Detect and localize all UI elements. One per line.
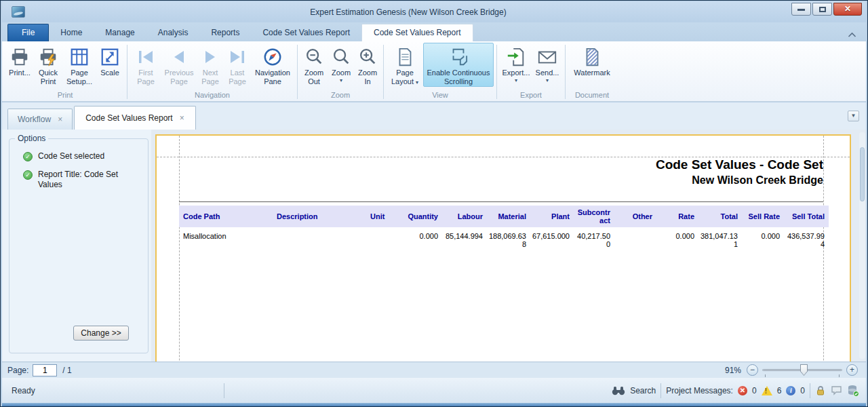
table-row: Misallocation 0.000 85,144.994 188,069.6…	[179, 227, 829, 250]
zoom-out-slider-button[interactable]: −	[747, 364, 758, 376]
ribbon-group-print: Print... Quick Print Page Setup...	[5, 42, 125, 101]
compass-icon	[262, 45, 283, 69]
quick-print-icon	[38, 45, 58, 69]
green-check-icon: ✓	[23, 152, 33, 161]
doc-tab-workflow[interactable]: Workflow ×	[7, 109, 73, 130]
close-tab-icon[interactable]: ×	[180, 115, 184, 121]
page-setup-grid-icon	[69, 45, 90, 69]
group-label-document: Document	[568, 90, 616, 101]
zoom-icon	[331, 45, 351, 69]
dropdown-caret-icon: ▾	[340, 78, 342, 83]
col-total: Total	[698, 206, 742, 227]
dropdown-caret-icon: ▾	[515, 78, 517, 83]
page-layout-icon	[395, 45, 414, 69]
app-logo-icon[interactable]	[12, 6, 25, 18]
col-material: Material	[487, 206, 530, 227]
continuous-scrolling-icon	[449, 45, 468, 69]
page-layout-button[interactable]: Page Layout ▾	[387, 43, 423, 87]
document-tab-strip: Workflow × Code Set Values Report × ▼	[2, 102, 866, 130]
binoculars-icon	[612, 386, 625, 395]
next-page-button: Next Page	[197, 43, 224, 87]
comment-bubble-icon[interactable]	[831, 385, 842, 395]
page-number-input[interactable]	[33, 364, 57, 376]
print-button[interactable]: Print...	[6, 43, 33, 78]
tab-analysis[interactable]: Analysis	[146, 24, 200, 41]
ribbon-separator	[297, 45, 298, 99]
report-viewer[interactable]: Code Set Values - Code Set New Wilson Cr…	[151, 130, 866, 362]
zoom-out-icon	[304, 45, 324, 69]
report-table: Code Path Description Unit Quantity Labo…	[179, 201, 823, 250]
scrollbar-thumb[interactable]	[860, 147, 865, 201]
scale-button[interactable]: Scale	[96, 43, 124, 78]
zoom-dropdown-button[interactable]: Zoom ▾	[328, 43, 355, 84]
col-quantity: Quantity	[400, 206, 442, 227]
close-tab-icon[interactable]: ×	[58, 116, 62, 123]
window-bottom-border	[2, 403, 866, 407]
warning-count: 6	[777, 386, 782, 395]
window-controls: ✕	[791, 3, 862, 16]
restore-button[interactable]	[812, 3, 832, 16]
watermark-button[interactable]: Watermark	[568, 43, 616, 78]
close-button[interactable]: ✕	[833, 3, 862, 16]
zoom-percent: 91%	[725, 366, 741, 375]
zoom-in-button[interactable]: Zoom In	[355, 43, 380, 87]
ribbon: Print... Quick Print Page Setup...	[2, 41, 866, 102]
group-label-export: Export	[500, 90, 562, 101]
tab-reports[interactable]: Reports	[199, 24, 251, 41]
main-content: Options ✓ Code Set selected ✓ Report Tit…	[2, 130, 866, 362]
minimize-button[interactable]	[791, 3, 811, 16]
report-title: Code Set Values - Code Set	[179, 157, 823, 172]
ribbon-group-zoom: Zoom Out Zoom ▾ Zoom In Zoom	[299, 42, 382, 101]
option-item-code-set: ✓ Code Set selected	[23, 151, 142, 161]
ribbon-group-view: Page Layout ▾ Enable Continuous Scrollin…	[385, 42, 495, 101]
group-label-navigation: Navigation	[130, 90, 294, 101]
zoom-slider[interactable]	[762, 364, 842, 376]
report-header: Code Set Values - Code Set New Wilson Cr…	[179, 157, 823, 187]
status-separator	[810, 383, 810, 398]
status-separator	[660, 383, 661, 398]
tab-code-set-values-report-active[interactable]: Code Set Values Report	[361, 24, 473, 41]
database-status-icon[interactable]	[847, 385, 859, 397]
col-sell-rate: Sell Rate	[742, 206, 784, 227]
lock-icon[interactable]	[815, 385, 826, 396]
tab-file[interactable]: File	[7, 24, 49, 41]
info-count: 0	[800, 386, 805, 395]
change-button[interactable]: Change >>	[73, 326, 129, 341]
ribbon-separator	[496, 45, 497, 99]
col-description: Description	[273, 206, 366, 227]
tab-manage[interactable]: Manage	[94, 24, 146, 41]
quick-print-button[interactable]: Quick Print	[33, 43, 63, 87]
close-icon: ✕	[834, 4, 861, 14]
doc-tab-code-set-values-report[interactable]: Code Set Values Report ×	[74, 106, 196, 130]
status-bar: Ready Search Project Messages: ✕ 0 6 i 0	[2, 378, 866, 403]
last-page-button: Last Page	[224, 43, 251, 87]
export-button[interactable]: Export... ▾	[500, 43, 532, 84]
search-button[interactable]: Search	[630, 386, 656, 395]
enable-continuous-scrolling-button[interactable]: Enable Continuous Scrolling	[423, 43, 494, 87]
project-messages-label[interactable]: Project Messages:	[666, 386, 733, 395]
tab-list-dropdown-button[interactable]: ▼	[848, 111, 859, 121]
col-other: Other	[614, 206, 656, 227]
zoom-slider-thumb[interactable]	[800, 364, 808, 376]
dropdown-caret-icon: ▾	[416, 79, 418, 85]
tab-code-set-values-report[interactable]: Code Set Values Report	[251, 24, 361, 41]
group-label-print: Print	[6, 90, 124, 101]
warning-icon	[762, 386, 772, 395]
navigation-pane-button[interactable]: Navigation Pane	[251, 43, 294, 87]
col-code-path: Code Path	[179, 206, 273, 227]
watermark-icon	[583, 45, 601, 69]
col-sell-total: Sell Total	[784, 206, 829, 227]
send-button[interactable]: Send... ▾	[532, 43, 562, 84]
dropdown-caret-icon: ▾	[546, 78, 549, 83]
page-setup-button[interactable]: Page Setup...	[63, 43, 96, 87]
tab-home[interactable]: Home	[49, 24, 94, 41]
ribbon-group-export: Export... ▾ Send... ▾ Export	[498, 42, 564, 101]
collapse-ribbon-chevron-icon[interactable]	[848, 32, 856, 37]
first-page-button: First Page	[130, 43, 161, 87]
previous-page-button: Previous Page	[161, 43, 197, 87]
zoom-out-button[interactable]: Zoom Out	[300, 43, 328, 87]
vertical-scrollbar[interactable]	[859, 132, 865, 359]
ribbon-tab-row: File Home Manage Analysis Reports Code S…	[2, 22, 866, 41]
zoom-in-slider-button[interactable]: +	[846, 364, 858, 376]
col-labour: Labour	[442, 206, 487, 227]
